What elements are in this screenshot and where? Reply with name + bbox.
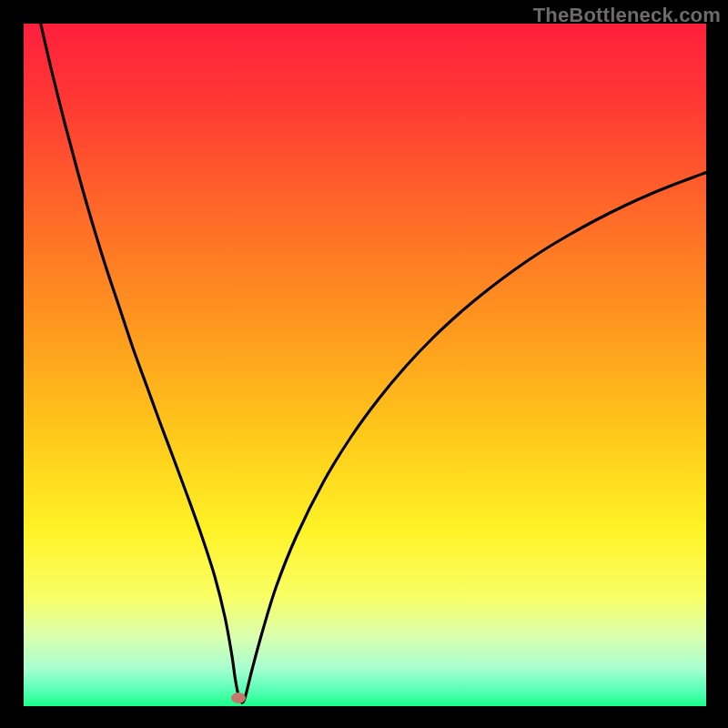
plot-area [24, 24, 706, 706]
background-gradient [24, 24, 706, 706]
svg-rect-0 [24, 24, 706, 706]
chart-frame: TheBottleneck.com [0, 0, 728, 728]
minimum-marker [231, 693, 246, 703]
